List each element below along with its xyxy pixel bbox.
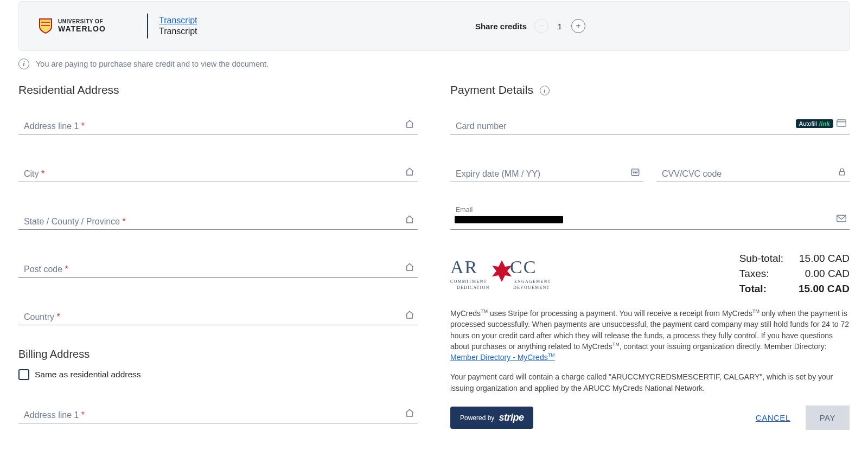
state-field[interactable]: State / County / Province * (18, 205, 418, 234)
taxes-value: 0.00 CAD (799, 268, 850, 280)
svg-rect-0 (837, 120, 846, 126)
address-line1-input[interactable] (18, 110, 418, 134)
house-icon (405, 262, 414, 272)
svg-rect-8 (837, 215, 846, 222)
subtotal-value: 15.00 CAD (799, 253, 850, 265)
total-label: Total: (739, 283, 783, 295)
expiry-input[interactable] (450, 157, 643, 182)
svg-point-6 (636, 172, 637, 173)
house-icon (405, 310, 414, 320)
powered-by-stripe-badge: Powered by stripe (450, 407, 533, 429)
info-icon: i (18, 59, 29, 69)
qty-value: 1 (556, 22, 564, 31)
svg-text:DEVOUEMENT: DEVOUEMENT (513, 285, 550, 290)
house-icon (405, 408, 414, 418)
info-banner: i You are paying to purchase share credi… (18, 59, 850, 69)
waterloo-shield-icon (39, 18, 53, 34)
billing-address-line1-field[interactable]: Address line 1 * (18, 398, 418, 428)
decrease-qty-button[interactable]: − (534, 19, 548, 33)
svg-text:COMMITMENT: COMMITMENT (450, 279, 487, 284)
order-header-card: UNIVERSITY OF WATERLOO Transcript Transc… (18, 1, 850, 51)
country-field[interactable]: Country * (18, 300, 418, 330)
vertical-divider (147, 14, 148, 38)
postcode-input[interactable] (18, 253, 418, 278)
house-icon (405, 167, 414, 177)
charge-name-disclaimer: Your payment card will contain a charge … (450, 371, 850, 394)
subtotal-label: Sub-total: (739, 253, 783, 265)
state-input[interactable] (18, 205, 418, 230)
lock-icon (838, 167, 846, 177)
postcode-field[interactable]: Post code * (18, 253, 418, 282)
cancel-button[interactable]: CANCEL (756, 413, 790, 422)
calendar-icon (630, 167, 640, 177)
payment-disclaimer: MyCredsTM uses Stripe for processing a p… (450, 308, 850, 363)
house-icon (405, 215, 414, 224)
order-totals: Sub-total: 15.00 CAD Taxes: 0.00 CAD Tot… (739, 253, 850, 295)
address-line1-field[interactable]: Address line 1 * (18, 110, 418, 139)
billing-address-title: Billing Address (18, 348, 418, 361)
same-as-residential-checkbox[interactable]: Same as residential address (18, 369, 418, 380)
document-title-link[interactable]: Transcript (159, 16, 197, 25)
svg-point-5 (635, 172, 636, 173)
payment-details-title: Payment Details i (450, 83, 850, 96)
member-directory-link[interactable]: Member Directory - MyCredsTM (450, 353, 555, 362)
card-number-field[interactable]: Card number Autofill link (450, 110, 850, 139)
svg-text:DEDICATION: DEDICATION (457, 285, 489, 290)
arucc-logo: AR CC COMMITMENT ENGAGEMENT DEDICATION D… (450, 255, 564, 293)
city-input[interactable] (18, 157, 418, 182)
country-input[interactable] (18, 300, 418, 325)
card-icon (837, 119, 846, 127)
same-as-label: Same as residential address (35, 370, 141, 379)
cvv-input[interactable] (656, 157, 850, 182)
house-icon (405, 119, 414, 129)
taxes-label: Taxes: (739, 268, 783, 280)
envelope-icon (837, 215, 846, 222)
svg-point-4 (633, 172, 634, 173)
share-credits-label: Share credits (475, 22, 527, 31)
svg-text:CC: CC (510, 257, 537, 277)
residential-address-title: Residential Address (18, 83, 418, 96)
svg-text:ENGAGEMENT: ENGAGEMENT (514, 279, 551, 284)
svg-text:AR: AR (450, 257, 478, 277)
svg-rect-7 (839, 171, 844, 175)
increase-qty-button[interactable]: + (571, 19, 585, 33)
city-field[interactable]: City * (18, 157, 418, 186)
redacted-email-value (455, 216, 563, 223)
checkbox-box[interactable] (18, 369, 29, 380)
expiry-field[interactable]: Expiry date (MM / YY) (450, 157, 643, 186)
org-line2: WATERLOO (58, 25, 106, 33)
card-number-input[interactable] (450, 110, 850, 134)
cvv-field[interactable]: CVV/CVC code (656, 157, 850, 186)
org-logo: UNIVERSITY OF WATERLOO (39, 18, 136, 34)
info-banner-text: You are paying to purchase share credit … (36, 60, 269, 68)
document-subtitle: Transcript (159, 27, 197, 36)
pay-button[interactable]: PAY (806, 405, 850, 430)
autofill-link-badge[interactable]: Autofill link (796, 119, 833, 128)
total-value: 15.00 CAD (799, 283, 850, 295)
billing-address-line1-input[interactable] (18, 398, 418, 423)
info-icon[interactable]: i (540, 86, 550, 95)
email-field[interactable]: Email (450, 205, 850, 234)
